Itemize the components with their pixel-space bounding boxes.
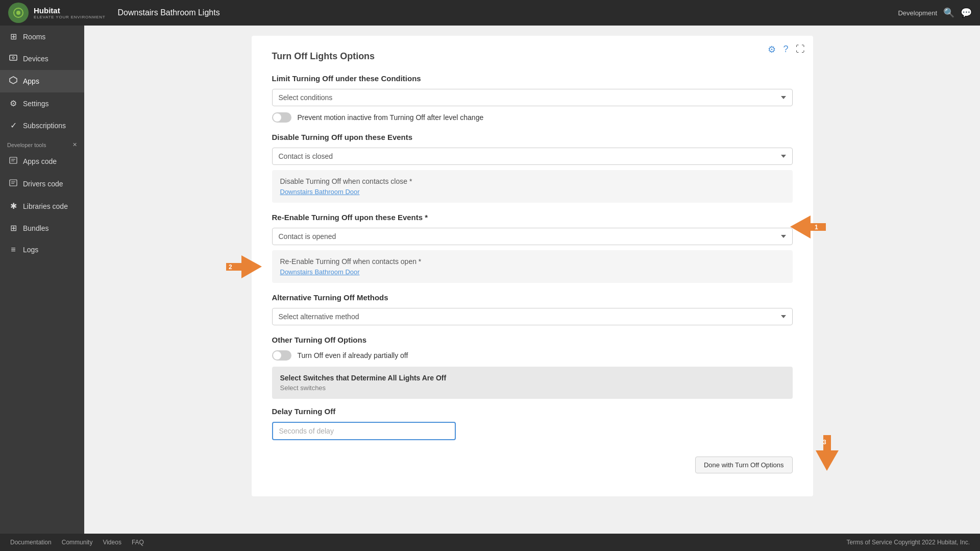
sidebar-item-libraries[interactable]: ✱ Libraries code (0, 195, 84, 217)
reenable-info-label: Re-Enable Turning Off when contacts open… (280, 257, 785, 266)
main-card: ⚙ ? ⛶ Turn Off Lights Options Limit Turn… (252, 36, 813, 496)
svg-marker-11 (790, 215, 826, 238)
footer-link-faq[interactable]: FAQ (132, 539, 144, 546)
svg-marker-15 (816, 435, 839, 471)
alternative-select[interactable]: Select alternative method (272, 308, 793, 325)
content-area: ⚙ ? ⛶ Turn Off Lights Options Limit Turn… (84, 26, 980, 534)
svg-point-1 (16, 11, 20, 15)
sidebar-label-subscriptions: Subscriptions (23, 122, 66, 130)
delay-title: Delay Turning Off (272, 407, 793, 416)
sidebar-label-logs: Logs (23, 246, 38, 254)
footer-link-videos[interactable]: Videos (103, 539, 121, 546)
svg-text:3: 3 (823, 439, 826, 446)
svg-rect-5 (10, 157, 17, 163)
sidebar-label-libraries: Libraries code (23, 202, 68, 210)
alternative-title: Alternative Turning Off Methods (272, 293, 793, 302)
logs-icon: ≡ (9, 245, 18, 254)
sidebar-label-apps: Apps (23, 77, 39, 85)
logo-icon (8, 3, 29, 23)
env-label: Development (898, 9, 937, 17)
disable-events-title: Disable Turning Off upon these Events (272, 133, 793, 141)
card-icons: ⚙ ? ⛶ (768, 44, 804, 55)
footer-copyright: Terms of Service Copyright 2022 Hubitat,… (847, 539, 970, 546)
prevent-motion-row: Prevent motion inactive from Turning Off… (272, 112, 793, 123)
drivers-code-icon (9, 179, 18, 189)
done-section: 3 Done with Turn Off Options (272, 450, 793, 481)
reenable-events-select[interactable]: Contact is opened (272, 228, 793, 245)
rooms-icon: ⊞ (9, 32, 18, 41)
delay-section: Delay Turning Off (272, 407, 793, 440)
disable-info-link[interactable]: Downstairs Bathroom Door (280, 188, 360, 196)
header-right: Development 🔍 💬 (898, 7, 972, 18)
sidebar: ⊞ Rooms Devices Apps ⚙ Settings (0, 26, 84, 534)
arrow-3-container: 3 (816, 435, 839, 472)
svg-point-3 (12, 57, 14, 59)
expand-icon[interactable]: ⛶ (796, 44, 805, 55)
switches-sub: Select switches (280, 384, 785, 392)
message-icon[interactable]: 💬 (961, 7, 972, 18)
turn-off-heading: Turn Off Lights Options (272, 51, 793, 62)
sidebar-item-bundles[interactable]: ⊞ Bundles (0, 217, 84, 239)
sidebar-label-settings: Settings (23, 100, 49, 108)
reenable-section: 1 Re-Enable Turning Off upon these Event… (272, 213, 793, 245)
dev-tools-collapse[interactable]: ✕ (72, 141, 77, 148)
logo-area: Hubitat ELEVATE YOUR ENVIRONMENT (8, 3, 106, 23)
delay-input[interactable] (272, 422, 456, 440)
devices-icon (9, 54, 18, 64)
svg-rect-2 (10, 55, 17, 60)
libraries-icon: ✱ (9, 201, 18, 211)
apps-icon (9, 76, 18, 86)
apps-code-icon (9, 156, 18, 166)
logo-sub: ELEVATE YOUR ENVIRONMENT (34, 15, 106, 19)
svg-text:2: 2 (229, 263, 232, 271)
arrow-3-svg: 3 (816, 435, 839, 471)
reenable-info-link[interactable]: Downstairs Bathroom Door (280, 268, 360, 276)
dev-tools-header: Developer tools ✕ (0, 136, 84, 150)
settings-icon: ⚙ (9, 99, 18, 108)
limit-conditions-select[interactable]: Select conditions (272, 89, 793, 106)
footer-link-documentation[interactable]: Documentation (10, 539, 52, 546)
search-icon[interactable]: 🔍 (943, 7, 954, 18)
prevent-motion-toggle[interactable] (272, 112, 291, 123)
settings-gear-icon[interactable]: ⚙ (768, 44, 776, 55)
sidebar-item-apps[interactable]: Apps (0, 70, 84, 92)
switches-box: Select Switches that Determine All Light… (272, 367, 793, 399)
svg-rect-8 (10, 180, 17, 186)
footer: Documentation Community Videos FAQ Terms… (0, 534, 980, 551)
partial-off-label: Turn Off even if already partially off (298, 351, 408, 360)
arrow-1-container: 1 (790, 215, 826, 240)
switches-label: Select Switches that Determine All Light… (280, 374, 785, 382)
svg-marker-4 (10, 77, 17, 84)
help-icon[interactable]: ? (783, 44, 788, 55)
main-layout: ⊞ Rooms Devices Apps ⚙ Settings (0, 26, 980, 534)
prevent-motion-label: Prevent motion inactive from Turning Off… (298, 113, 484, 122)
arrow-2-container: 2 (226, 255, 262, 280)
footer-link-community[interactable]: Community (62, 539, 93, 546)
sidebar-item-settings[interactable]: ⚙ Settings (0, 92, 84, 114)
sidebar-item-logs[interactable]: ≡ Logs (0, 239, 84, 260)
arrow-2-svg: 2 (226, 255, 262, 278)
other-options-title: Other Turning Off Options (272, 336, 793, 344)
reenable-events-info: Re-Enable Turning Off when contacts open… (272, 250, 793, 283)
app-header: Hubitat ELEVATE YOUR ENVIRONMENT Downsta… (0, 0, 980, 26)
sidebar-item-devices[interactable]: Devices (0, 47, 84, 70)
dev-tools-label: Developer tools (7, 142, 46, 148)
disable-events-info: Disable Turning Off when contacts close … (272, 170, 793, 203)
reenable-info-container: 2 Re-Enable Turning Off when contacts op… (272, 250, 793, 283)
sidebar-item-apps-code[interactable]: Apps code (0, 150, 84, 173)
sidebar-item-rooms[interactable]: ⊞ Rooms (0, 26, 84, 47)
page-title: Downstairs Bathroom Lights (118, 8, 220, 17)
sidebar-label-drivers-code: Drivers code (23, 180, 63, 188)
disable-events-select[interactable]: Contact is closed (272, 148, 793, 165)
sidebar-item-drivers-code[interactable]: Drivers code (0, 173, 84, 195)
reenable-events-title: Re-Enable Turning Off upon these Events … (272, 213, 793, 222)
svg-text:1: 1 (815, 224, 818, 231)
limit-conditions-title: Limit Turning Off under these Conditions (272, 74, 793, 83)
bundles-icon: ⊞ (9, 223, 18, 233)
sidebar-label-devices: Devices (23, 55, 48, 63)
sidebar-label-bundles: Bundles (23, 224, 49, 232)
partial-off-toggle[interactable] (272, 350, 291, 361)
sidebar-item-subscriptions[interactable]: ✓ Subscriptions (0, 114, 84, 136)
done-button[interactable]: Done with Turn Off Options (695, 457, 793, 473)
logo-name: Hubitat (34, 6, 106, 15)
